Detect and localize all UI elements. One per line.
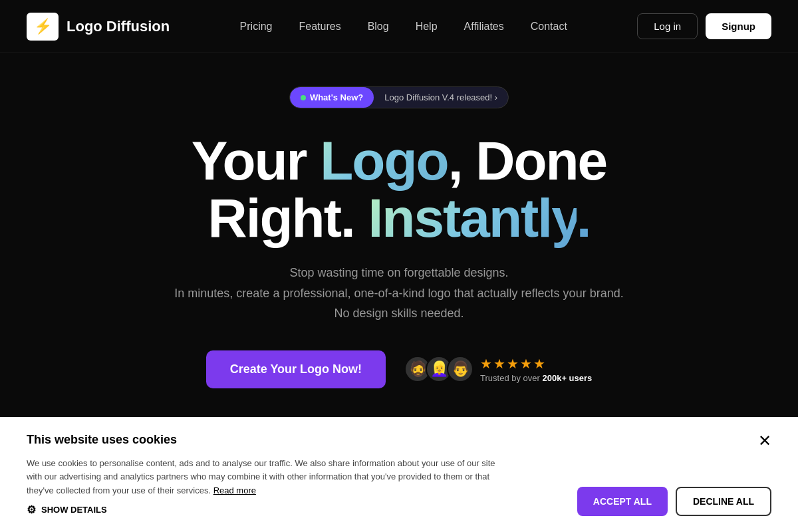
show-details-row[interactable]: ⚙ SHOW DETAILS	[27, 503, 505, 516]
cookie-close-button[interactable]: ✕	[758, 433, 771, 449]
cookie-title: This website uses cookies	[27, 433, 177, 447]
heading-done: , Done	[448, 130, 607, 191]
cookie-read-more[interactable]: Read more	[213, 485, 256, 495]
trust-block: 🧔 👱‍♀️ 👨 ★ ★ ★ ★ ★ Trusted by over 200k+…	[404, 356, 592, 383]
nav-features[interactable]: Features	[299, 21, 340, 33]
badge-label: What's New?	[310, 92, 363, 102]
logo-icon: ⚡	[27, 13, 59, 41]
nav-contact[interactable]: Contact	[531, 21, 567, 33]
star-rating: ★ ★ ★ ★ ★	[480, 356, 592, 372]
avatar-3: 👨	[447, 356, 473, 382]
nav-help[interactable]: Help	[416, 21, 438, 33]
trust-info: ★ ★ ★ ★ ★ Trusted by over 200k+ users	[480, 356, 592, 383]
hero-subtitle: Stop wasting time on forgettable designs…	[174, 263, 623, 324]
trust-text-prefix: Trusted by over	[480, 373, 542, 383]
badge-right: Logo Diffusion V.4 released! ›	[374, 87, 508, 108]
accept-all-button[interactable]: ACCEPT ALL	[577, 487, 668, 516]
heading-right: Right.	[208, 188, 368, 248]
brand-name: Logo Diffusion	[66, 18, 170, 35]
trust-text: Trusted by over 200k+ users	[480, 373, 592, 383]
login-button[interactable]: Log in	[637, 13, 698, 39]
subtitle-line3: No design skills needed.	[334, 307, 464, 320]
trust-count: 200k+ users	[542, 373, 592, 383]
star-3: ★	[507, 356, 519, 372]
signup-button[interactable]: Signup	[706, 13, 771, 39]
release-text: Logo Diffusion V.4 released! ›	[384, 92, 497, 102]
nav-affiliates[interactable]: Affiliates	[464, 21, 504, 33]
logo[interactable]: ⚡ Logo Diffusion	[27, 13, 170, 41]
star-2: ★	[493, 356, 505, 372]
heading-your: Your	[192, 130, 320, 191]
badge-dot	[301, 95, 306, 100]
cookie-buttons: ACCEPT ALL DECLINE ALL	[577, 487, 771, 516]
nav-pricing[interactable]: Pricing	[240, 21, 273, 33]
heading-logo: Logo	[320, 130, 448, 191]
nav-actions: Log in Signup	[637, 13, 771, 39]
cookie-body-text: We use cookies to personalise content, a…	[27, 458, 495, 496]
cta-row: Create Your Logo Now! 🧔 👱‍♀️ 👨 ★ ★ ★ ★ ★…	[206, 350, 593, 388]
star-1: ★	[480, 356, 492, 372]
heading-dot: .	[577, 188, 591, 248]
nav-blog[interactable]: Blog	[368, 21, 389, 33]
hero-heading: Your Logo, Done Right. Instantly.	[192, 132, 606, 247]
cookie-text-block: We use cookies to personalise content, a…	[27, 457, 505, 516]
cookie-header: This website uses cookies ✕	[27, 433, 771, 449]
avatars: 🧔 👱‍♀️ 👨	[404, 356, 473, 382]
badge-left: What's New?	[290, 87, 374, 108]
heading-instantly: Instantly	[368, 188, 577, 248]
cta-button[interactable]: Create Your Logo Now!	[206, 350, 386, 388]
cookie-banner: This website uses cookies ✕ We use cooki…	[0, 417, 798, 532]
cookie-text: We use cookies to personalise content, a…	[27, 457, 505, 498]
subtitle-line2: In minutes, create a professional, one-o…	[174, 287, 623, 300]
subtitle-line1: Stop wasting time on forgettable designs…	[289, 266, 508, 279]
nav-links: Pricing Features Blog Help Affiliates Co…	[240, 21, 567, 33]
navigation: ⚡ Logo Diffusion Pricing Features Blog H…	[0, 0, 798, 53]
whats-new-badge[interactable]: What's New? Logo Diffusion V.4 released!…	[289, 86, 509, 108]
cookie-body: We use cookies to personalise content, a…	[27, 457, 771, 516]
star-5: ★	[533, 356, 545, 372]
hero-section: What's New? Logo Diffusion V.4 released!…	[0, 53, 798, 408]
star-4: ★	[520, 356, 532, 372]
decline-all-button[interactable]: DECLINE ALL	[676, 487, 771, 516]
show-details-label: SHOW DETAILS	[41, 505, 107, 515]
gear-icon: ⚙	[27, 503, 36, 516]
